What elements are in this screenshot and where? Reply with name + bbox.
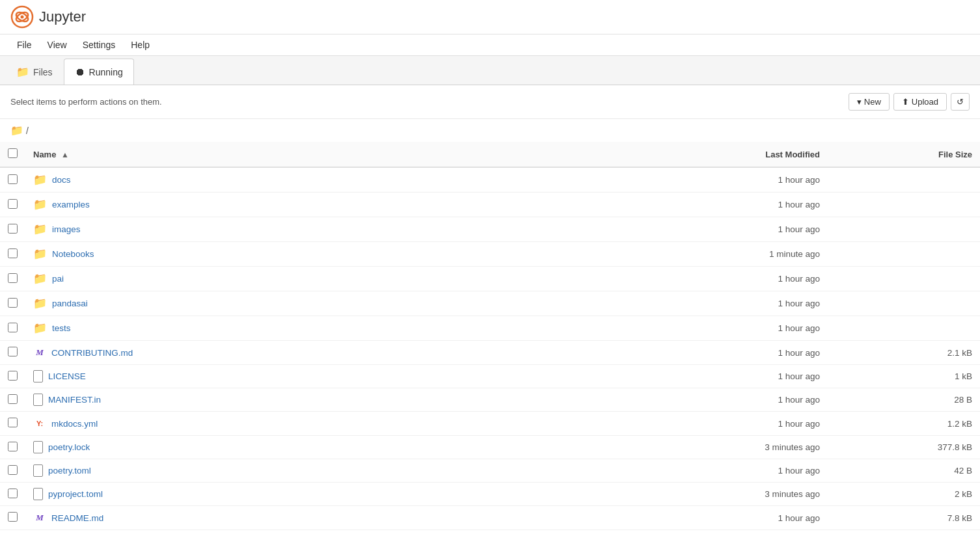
file-link[interactable]: pandasai: [52, 299, 88, 308]
file-link[interactable]: MANIFEST.in: [48, 395, 101, 405]
file-table-body: 📁 docs 1 hour ago 📁 examples 1 hour ago …: [0, 167, 980, 536]
menu-help[interactable]: Help: [124, 37, 156, 53]
file-link[interactable]: CONTRIBUTING.md: [51, 348, 133, 358]
menubar: File View Settings Help: [0, 34, 980, 56]
row-modified: 1 hour ago: [614, 291, 828, 316]
row-size: [828, 193, 980, 217]
row-modified: 1 hour ago: [614, 267, 828, 291]
row-name-cell: LICENSE: [25, 365, 614, 388]
row-checkbox[interactable]: [8, 394, 18, 404]
file-link[interactable]: poetry.lock: [48, 442, 90, 452]
file-link[interactable]: mkdocs.yml: [51, 419, 98, 429]
row-checkbox-cell[interactable]: [0, 267, 25, 291]
row-checkbox-cell[interactable]: [0, 506, 25, 530]
row-modified: 1 hour ago: [614, 193, 828, 217]
menu-file[interactable]: File: [10, 37, 38, 53]
row-checkbox-cell[interactable]: [0, 217, 25, 242]
row-modified: 1 hour ago: [614, 167, 828, 193]
tab-running-label: Running: [89, 67, 123, 77]
row-size: 377.8 kB: [828, 436, 980, 459]
row-checkbox[interactable]: [8, 512, 18, 522]
row-checkbox[interactable]: [8, 323, 18, 332]
row-name-cell: 🐍 setup.py: [25, 530, 614, 537]
row-checkbox[interactable]: [8, 347, 18, 356]
select-hint: Select items to perform actions on them.: [10, 97, 162, 107]
new-button[interactable]: ▾ New: [849, 93, 890, 111]
header-modified[interactable]: Last Modified: [614, 142, 828, 167]
row-modified: 1 hour ago: [614, 388, 828, 412]
row-checkbox[interactable]: [8, 465, 18, 475]
row-checkbox-cell[interactable]: [0, 167, 25, 193]
row-checkbox-cell[interactable]: [0, 316, 25, 341]
row-checkbox[interactable]: [8, 273, 18, 283]
row-checkbox-cell[interactable]: [0, 242, 25, 267]
file-link[interactable]: pai: [52, 274, 64, 284]
toolbar: Select items to perform actions on them.…: [0, 85, 980, 119]
row-checkbox-cell[interactable]: [0, 388, 25, 412]
row-checkbox[interactable]: [8, 224, 18, 234]
row-size: 7.8 kB: [828, 506, 980, 530]
row-name-cell: Y: mkdocs.yml: [25, 412, 614, 436]
row-checkbox[interactable]: [8, 248, 18, 258]
tab-running[interactable]: ⏺ Running: [64, 59, 134, 85]
row-name-cell: M CONTRIBUTING.md: [25, 341, 614, 365]
row-checkbox-cell[interactable]: [0, 436, 25, 459]
markdown-icon: M: [33, 511, 46, 524]
row-size: [828, 316, 980, 341]
select-all-checkbox[interactable]: [8, 148, 18, 158]
menu-view[interactable]: View: [41, 37, 74, 53]
row-modified: 3 minutes ago: [614, 436, 828, 459]
row-checkbox[interactable]: [8, 418, 18, 427]
file-icon: [33, 394, 43, 406]
folder-icon: 📁: [33, 198, 47, 211]
row-checkbox[interactable]: [8, 199, 18, 209]
header-checkbox-cell[interactable]: [0, 142, 25, 167]
file-icon: [33, 464, 43, 477]
row-checkbox-cell[interactable]: [0, 483, 25, 506]
row-name-cell: pyproject.toml: [25, 483, 614, 506]
row-checkbox-cell[interactable]: [0, 365, 25, 388]
row-checkbox-cell[interactable]: [0, 193, 25, 217]
file-link[interactable]: pyproject.toml: [48, 489, 103, 499]
file-link[interactable]: poetry.toml: [48, 466, 91, 476]
table-row: poetry.toml 1 hour ago 42 B: [0, 459, 980, 483]
chevron-down-icon: ▾: [857, 97, 862, 107]
breadcrumb: 📁 /: [0, 119, 980, 142]
row-checkbox-cell[interactable]: [0, 341, 25, 365]
row-modified: 1 hour ago: [614, 530, 828, 537]
file-link[interactable]: examples: [52, 200, 90, 209]
refresh-button[interactable]: ↺: [951, 93, 970, 111]
row-checkbox-cell[interactable]: [0, 412, 25, 436]
file-link[interactable]: docs: [52, 175, 71, 185]
row-checkbox[interactable]: [8, 489, 18, 498]
row-checkbox[interactable]: [8, 174, 18, 184]
table-row: MANIFEST.in 1 hour ago 28 B: [0, 388, 980, 412]
file-link[interactable]: images: [52, 224, 81, 234]
file-link[interactable]: README.md: [51, 513, 103, 523]
header-name[interactable]: Name ▲: [25, 142, 614, 167]
row-name-cell: poetry.toml: [25, 459, 614, 483]
file-link[interactable]: Notebooks: [52, 249, 94, 259]
row-checkbox[interactable]: [8, 442, 18, 451]
file-link[interactable]: LICENSE: [48, 371, 86, 381]
file-link[interactable]: tests: [52, 323, 71, 333]
row-size: 1.2 kB: [828, 412, 980, 436]
upload-button[interactable]: ⬆ Upload: [893, 93, 947, 111]
row-checkbox-cell[interactable]: [0, 530, 25, 537]
row-name-cell: 📁 docs: [25, 167, 614, 193]
svg-point-3: [21, 16, 24, 19]
folder-icon: 📁: [33, 222, 47, 236]
tab-files[interactable]: 📁 Files: [5, 59, 64, 85]
row-checkbox-cell[interactable]: [0, 291, 25, 316]
row-size: [828, 242, 980, 267]
row-checkbox[interactable]: [8, 371, 18, 381]
row-checkbox-cell[interactable]: [0, 459, 25, 483]
menu-settings[interactable]: Settings: [76, 37, 122, 53]
file-icon: [33, 488, 43, 500]
row-size: 174 B: [828, 530, 980, 537]
folder-icon: 📁: [33, 272, 47, 286]
table-row: Y: mkdocs.yml 1 hour ago 1.2 kB: [0, 412, 980, 436]
table-row: poetry.lock 3 minutes ago 377.8 kB: [0, 436, 980, 459]
folder-icon: 📁: [33, 247, 47, 261]
row-checkbox[interactable]: [8, 298, 18, 308]
